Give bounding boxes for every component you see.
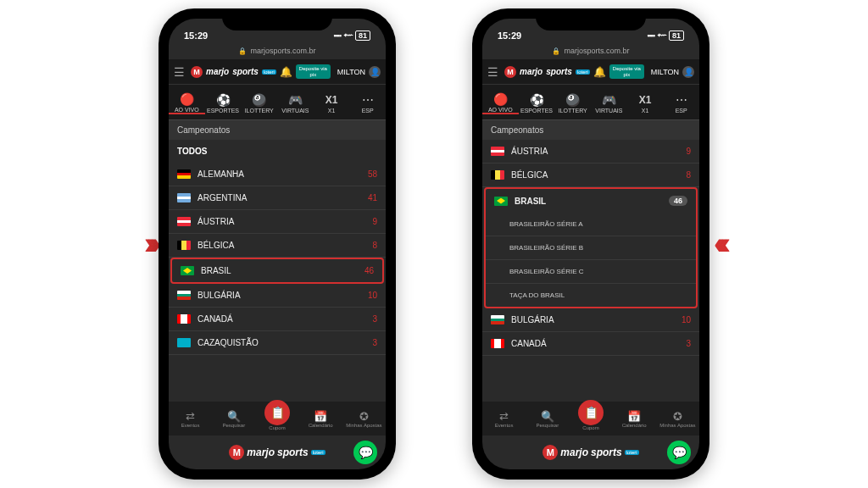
more-icon: ⋯	[663, 93, 699, 107]
footer-logo-icon: M	[542, 445, 558, 460]
tab-virtuais[interactable]: 🎮VIRTUAIS	[277, 92, 314, 114]
events-icon: ⇄	[482, 410, 526, 423]
logo-text-2: sports	[232, 67, 259, 76]
league-row[interactable]: BRASILEIRÃO SÉRIE B	[486, 236, 696, 260]
logo-subtitle: loteri	[262, 69, 276, 75]
phone-mockup-left: 15:29 ▪▪▪▪ ⬳ 81 🔒 marjosports.com.br ☰ M…	[159, 8, 396, 480]
tab-more[interactable]: ⋯ESP	[663, 92, 699, 114]
battery-level: 81	[669, 30, 684, 41]
browser-url-bar[interactable]: 🔒 marjosports.com.br	[482, 42, 699, 59]
tab-ilottery[interactable]: 🎱ILOTTERY	[554, 92, 591, 114]
country-name: BÉLGICA	[198, 241, 372, 250]
app-header: ☰ M marjosports loteri 🔔 Deposite viapix…	[482, 59, 699, 85]
wifi-icon: ⬳	[657, 30, 666, 41]
flag-icon-bg	[177, 291, 191, 300]
tab-virtuais[interactable]: 🎮VIRTUAIS	[591, 92, 627, 114]
nav-calendario[interactable]: 📅Calendário	[613, 410, 656, 428]
pointer-arrows-left: ‹‹‹	[714, 226, 724, 262]
country-row-bulgária[interactable]: BULGÁRIA10	[169, 284, 386, 308]
nav-cupom[interactable]: 📋Cupom	[569, 407, 612, 430]
flag-icon-ca	[177, 314, 191, 324]
pix-deposit-badge[interactable]: Deposite viapix	[609, 64, 644, 79]
chat-icon[interactable]: 💬	[667, 441, 691, 464]
footer-brand-1: marjo	[247, 446, 275, 458]
hamburger-icon[interactable]: ☰	[487, 65, 501, 79]
tab-esportes[interactable]: ⚽ESPORTES	[519, 92, 555, 114]
tab-ilottery[interactable]: 🎱ILOTTERY	[241, 92, 277, 114]
tab-aovivo[interactable]: 🔴AO VIVO	[482, 91, 519, 114]
flag-icon-be	[491, 170, 504, 180]
tab-more[interactable]: ⋯ESP	[349, 92, 386, 114]
country-row-áustria[interactable]: ÁUSTRIA9	[482, 140, 699, 164]
country-count: 41	[368, 193, 377, 202]
section-todos[interactable]: TODOS	[169, 140, 386, 163]
country-name: ÁUSTRIA	[198, 217, 372, 226]
country-row-bélgica[interactable]: BÉLGICA8	[482, 164, 699, 187]
more-icon: ⋯	[349, 93, 386, 107]
nav-eventos[interactable]: ⇄Eventos	[169, 410, 212, 428]
country-count: 46	[669, 196, 687, 206]
country-row-cazaquistão[interactable]: CAZAQUISTÃO3	[169, 331, 386, 355]
section-campeonatos: Campeonatos	[169, 120, 386, 140]
country-row-áustria[interactable]: ÁUSTRIA9	[169, 210, 386, 234]
country-count: 3	[372, 338, 377, 347]
username-label[interactable]: MILTON	[337, 68, 365, 76]
country-row-argentina[interactable]: ARGENTINA41	[169, 186, 386, 210]
tab-aovivo[interactable]: 🔴AO VIVO	[169, 91, 205, 114]
search-icon: 🔍	[212, 410, 255, 423]
country-row-bulgária[interactable]: BULGÁRIA10	[482, 308, 699, 332]
nav-eventos[interactable]: ⇄Eventos	[482, 410, 526, 428]
tab-x1[interactable]: X1X1	[314, 92, 350, 114]
bell-icon[interactable]: 🔔	[593, 66, 606, 78]
bell-icon[interactable]: 🔔	[280, 66, 292, 78]
live-icon: 🔴	[169, 92, 205, 106]
nav-calendario[interactable]: 📅Calendário	[299, 410, 342, 428]
avatar-icon[interactable]: 👤	[369, 66, 381, 78]
tab-esportes[interactable]: ⚽ESPORTES	[205, 92, 242, 114]
country-row-bélgica[interactable]: BÉLGICA8	[169, 234, 386, 258]
country-count: 3	[686, 339, 691, 348]
country-count: 10	[682, 315, 691, 324]
footer-logo: M marjosports loteri 💬	[169, 435, 386, 469]
nav-pesquisar[interactable]: 🔍Pesquisar	[212, 410, 255, 428]
chat-icon[interactable]: 💬	[353, 441, 377, 464]
league-row[interactable]: TAÇA DO BRASIL	[486, 284, 696, 307]
flag-icon-ar	[177, 193, 191, 202]
expanded-brasil: BRASIL46BRASILEIRÃO SÉRIE ABRASILEIRÃO S…	[484, 187, 698, 308]
hamburger-icon[interactable]: ☰	[174, 65, 187, 79]
nav-apostas[interactable]: ✪Minhas Apostas	[656, 410, 699, 428]
username-label[interactable]: MILTON	[651, 68, 679, 76]
x1-icon: X1	[627, 93, 664, 107]
lock-icon: 🔒	[238, 47, 247, 55]
calendar-icon: 📅	[613, 410, 656, 423]
nav-cupom[interactable]: 📋Cupom	[255, 407, 298, 430]
league-row[interactable]: BRASILEIRÃO SÉRIE A	[486, 213, 696, 236]
browser-url-bar[interactable]: 🔒 marjosports.com.br	[169, 42, 386, 59]
country-name: CAZAQUISTÃO	[198, 338, 372, 347]
avatar-icon[interactable]: 👤	[682, 66, 694, 78]
virtual-icon: 🎮	[277, 93, 314, 107]
nav-pesquisar[interactable]: 🔍Pesquisar	[526, 410, 569, 428]
nav-apostas[interactable]: ✪Minhas Apostas	[342, 410, 386, 428]
country-name: BULGÁRIA	[511, 315, 682, 324]
country-row-brasil[interactable]: BRASIL46	[170, 258, 384, 284]
category-tabs: 🔴AO VIVO ⚽ESPORTES 🎱ILOTTERY 🎮VIRTUAIS X…	[169, 85, 386, 120]
tab-x1[interactable]: X1X1	[627, 92, 664, 114]
logo-text-1: marjo	[206, 67, 229, 76]
url-text: marjosports.com.br	[564, 47, 629, 55]
country-row-brasil[interactable]: BRASIL46	[486, 189, 696, 213]
logo-icon[interactable]: M	[504, 66, 516, 78]
bets-icon: ✪	[342, 410, 386, 423]
pix-deposit-badge[interactable]: Deposite viapix	[296, 64, 331, 79]
country-row-canadá[interactable]: CANADÁ3	[482, 332, 699, 356]
logo-icon[interactable]: M	[191, 66, 203, 78]
clock: 15:29	[184, 30, 208, 41]
country-count: 58	[368, 169, 377, 179]
ios-status-bar: 15:29 ▪▪▪▪ ⬳ 81	[482, 19, 699, 42]
soccer-icon: ⚽	[519, 93, 555, 107]
calendar-icon: 📅	[299, 410, 342, 423]
country-row-alemanha[interactable]: ALEMANHA58	[169, 163, 386, 186]
country-row-canadá[interactable]: CANADÁ3	[169, 308, 386, 331]
footer-brand-2: sports	[277, 446, 309, 458]
league-row[interactable]: BRASILEIRÃO SÉRIE C	[486, 260, 696, 284]
